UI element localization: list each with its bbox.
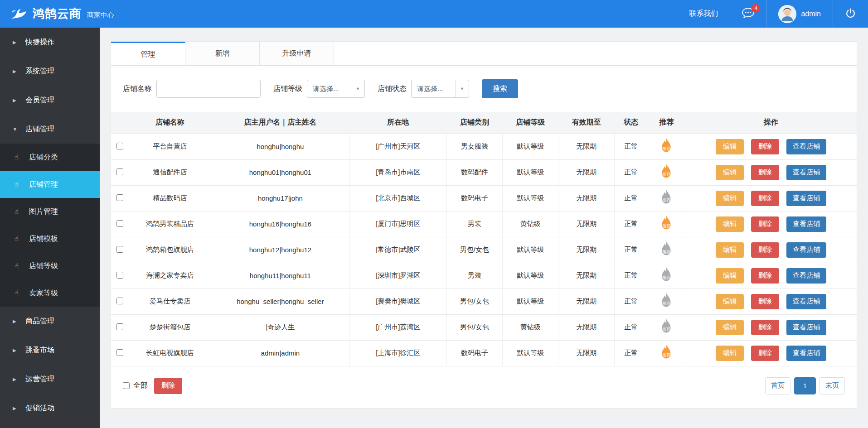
row-checkbox[interactable] [116,349,123,356]
delete-button[interactable]: 删除 [751,139,779,154]
shop-level-select[interactable]: 请选择... ▼ [307,80,365,98]
sidebar-item[interactable]: ▼店铺管理 [0,115,100,144]
sidebar-item[interactable]: ▶促销活动 [0,394,100,423]
delete-button[interactable]: 删除 [751,268,779,284]
sidebar-item[interactable]: ▶商品管理 [0,307,100,336]
view-shop-button[interactable]: 查看店铺 [786,268,826,284]
last-page-button[interactable]: 末页 [820,377,845,394]
delete-button[interactable]: 删除 [751,346,779,361]
delete-button[interactable]: 删除 [751,165,779,180]
row-checkbox[interactable] [116,168,123,175]
recommend-flame-icon[interactable]: 推荐 [659,318,673,335]
tab-upgrade-request[interactable]: 升级申请 [260,42,334,65]
edit-button[interactable]: 编辑 [716,268,744,284]
select-all-checkbox[interactable] [123,382,130,389]
sidebar-item[interactable]: ▶快捷操作 [0,28,100,57]
logout-button[interactable] [845,8,856,20]
category-cell: 男女服装 [446,134,502,159]
sidebar-item-label: 商品管理 [25,317,54,326]
sidebar-subitem[interactable]: ☝店铺模板 [0,225,100,252]
level-cell: 默认等级 [503,289,558,314]
edit-button[interactable]: 编辑 [716,294,744,309]
column-header: 所在地 [349,112,446,134]
delete-button[interactable]: 删除 [751,294,779,309]
row-checkbox[interactable] [116,272,123,279]
delete-button[interactable]: 删除 [751,242,779,258]
row-checkbox[interactable] [116,220,123,227]
owner-cell: honghu17|john [211,185,349,211]
view-shop-button[interactable]: 查看店铺 [786,191,826,206]
category-cell: 男包/女包 [446,289,502,314]
search-button[interactable]: 搜索 [482,79,518,98]
sidebar-item[interactable]: ▶跳蚤市场 [0,336,100,365]
shops-panel: 管理 新增 升级申请 店铺名称 店铺等级 请选择... ▼ 店铺状态 请选择..… [111,41,857,409]
row-checkbox[interactable] [116,323,123,330]
shop-name-cell: 长虹电视旗舰店 [129,340,211,366]
edit-button[interactable]: 编辑 [716,216,744,232]
first-page-button[interactable]: 首页 [765,377,790,394]
column-header: 有效期至 [558,112,614,134]
delete-button[interactable]: 删除 [751,216,779,232]
sidebar-subitem-label: 店铺等级 [29,261,58,271]
recommend-flame-icon[interactable]: 推荐 [659,215,673,231]
current-page-button[interactable]: 1 [794,377,816,394]
row-checkbox[interactable] [116,298,123,304]
row-checkbox[interactable] [116,143,123,149]
shop-table: 店铺名称店主用户名｜店主姓名所在地店铺类别店铺等级有效期至状态推荐操作 平台自营… [111,112,857,366]
location-cell: [襄樊市]樊城区 [349,289,446,314]
edit-button[interactable]: 编辑 [716,191,744,206]
table-row: 海澜之家专卖店 honghu11|honghu11 [深圳市]罗湖区 男装 默认… [111,263,857,289]
edit-button[interactable]: 编辑 [716,165,744,180]
view-shop-button[interactable]: 查看店铺 [786,320,826,335]
brand: 鸿鹄云商 商家中心 [9,0,114,28]
sidebar-subitem[interactable]: ☝店铺等级 [0,252,100,279]
tab-add[interactable]: 新增 [185,42,260,65]
delete-button[interactable]: 删除 [751,320,779,335]
caret-right-icon: ▶ [13,406,21,411]
edit-button[interactable]: 编辑 [716,139,744,154]
recommend-flame-icon[interactable]: 推荐 [659,164,673,180]
location-cell: [广州市]天河区 [349,134,446,159]
sidebar-subitem[interactable]: ☝店铺分类 [0,144,100,171]
hand-icon: ☝ [15,289,23,297]
bulk-delete-button[interactable]: 删除 [154,378,182,394]
sidebar-item[interactable]: ▶运营管理 [0,365,100,394]
row-checkbox[interactable] [116,194,123,201]
delete-button[interactable]: 删除 [751,191,779,206]
edit-button[interactable]: 编辑 [716,320,744,335]
view-shop-button[interactable]: 查看店铺 [786,165,826,180]
view-shop-button[interactable]: 查看店铺 [786,216,826,232]
sidebar-menu: ▶快捷操作▶系统管理▶会员管理▼店铺管理☝店铺分类☝店铺管理☝图片管理☝店铺模板… [0,28,100,428]
sidebar-item[interactable]: ▶会员管理 [0,86,100,115]
sidebar-subitem[interactable]: ☝卖家等级 [0,279,100,307]
recommend-flame-icon[interactable]: 推荐 [659,241,673,257]
view-shop-button[interactable]: 查看店铺 [786,294,826,309]
edit-button[interactable]: 编辑 [716,346,744,361]
contact-link[interactable]: 联系我们 [689,9,718,19]
recommend-flame-icon[interactable]: 推荐 [659,138,673,154]
shop-name-input[interactable] [156,80,261,98]
view-shop-button[interactable]: 查看店铺 [786,346,826,361]
sidebar-subitem[interactable]: ☝图片管理 [0,198,100,225]
shop-status-label: 店铺状态 [378,84,407,94]
recommend-flame-icon[interactable]: 推荐 [659,267,673,283]
row-checkbox[interactable] [116,246,123,253]
recommend-flame-icon[interactable]: 推荐 [659,189,673,206]
view-shop-button[interactable]: 查看店铺 [786,242,826,258]
tab-manage[interactable]: 管理 [111,42,185,65]
sidebar-item[interactable]: ▶系统管理 [0,57,100,86]
actions-cell: 编辑 删除 查看店铺 [685,237,857,263]
location-cell: [厦门市]思明区 [349,211,446,237]
column-header: 状态 [614,112,648,134]
shop-status-select[interactable]: 请选择... ▼ [411,80,469,98]
recommend-flame-icon[interactable]: 推荐 [659,344,673,361]
edit-button[interactable]: 编辑 [716,242,744,258]
messages-button[interactable]: 4 [730,0,766,28]
recommend-cell: 推荐 [648,263,685,289]
view-shop-button[interactable]: 查看店铺 [786,139,826,154]
shop-level-label: 店铺等级 [273,84,302,94]
recommend-flame-icon[interactable]: 推荐 [659,293,673,309]
app: 鸿鹄云商 商家中心 联系我们 4 [0,0,868,428]
sidebar-subitem[interactable]: ☝店铺管理 [0,171,100,198]
user-menu[interactable]: admin [766,0,833,28]
